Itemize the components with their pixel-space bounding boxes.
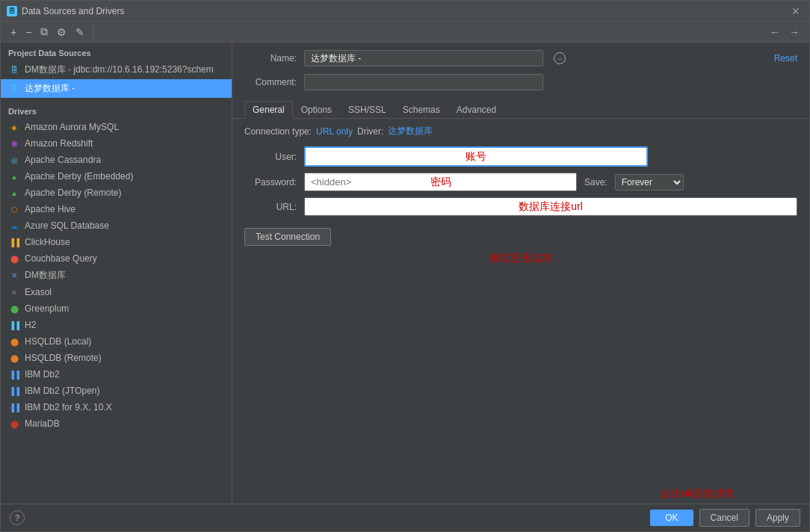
conn-type-value[interactable]: URL only xyxy=(316,126,353,137)
h2-icon: ▐▐ xyxy=(8,319,20,331)
azure-sql-icon: ☁ xyxy=(8,220,20,232)
help-button[interactable]: ? xyxy=(10,510,25,525)
driver-exasol[interactable]: ✕ Exasol xyxy=(1,284,232,300)
datasource-label: DM数据库 - jdbc:dm://10.6.16.192:5236?schem xyxy=(25,64,214,76)
remove-button[interactable]: − xyxy=(22,25,35,40)
datasource-label-selected: 达梦数据库 - xyxy=(25,82,75,95)
test-connection-row: Test Connection xyxy=(232,219,809,249)
url-row: URL: 数据库连接url xyxy=(244,197,797,216)
driver-ibm-db2[interactable]: ▐▐ IBM Db2 xyxy=(1,366,232,383)
driver-apache-cassandra[interactable]: ◎ Apache Cassandra xyxy=(1,152,232,168)
name-input[interactable] xyxy=(304,50,543,66)
apache-cassandra-icon: ◎ xyxy=(8,154,20,166)
ibm-db2-jtopen-icon: ▐▐ xyxy=(8,385,20,397)
reset-link[interactable]: Reset xyxy=(774,53,797,64)
dialog-window: 🗄 Data Sources and Drivers ✕ + − ⧉ ⚙ ✎ ←… xyxy=(0,0,810,532)
user-row: User: 账号 xyxy=(244,146,797,167)
driver-label: ClickHouse xyxy=(25,237,70,247)
driver-greenplum[interactable]: ⬤ Greenplum xyxy=(1,300,232,317)
password-field-wrapper: 密码 xyxy=(304,173,577,191)
driver-hsqldb-remote[interactable]: ⬤ HSQLDB (Remote) xyxy=(1,350,232,366)
driver-couchbase[interactable]: ⬤ Couchbase Query xyxy=(1,250,232,267)
close-button[interactable]: ✕ xyxy=(788,5,803,17)
url-field-wrapper: 数据库连接url xyxy=(304,197,797,216)
cancel-button[interactable]: Cancel xyxy=(699,509,749,527)
driver-h2[interactable]: ▐▐ H2 xyxy=(1,317,232,333)
driver-label: HSQLDB (Remote) xyxy=(25,353,102,363)
password-row: Password: 密码 Save: Forever Until restart… xyxy=(244,173,797,191)
datasource-item-dm-db[interactable]: 🗄 达梦数据库 - xyxy=(1,79,232,98)
tab-ssh-ssl[interactable]: SSH/SSL xyxy=(340,101,395,118)
driver-dm-database[interactable]: ✕ DM数据库 xyxy=(1,267,232,284)
amazon-redshift-icon: ⬟ xyxy=(8,137,20,149)
datasource-icon-selected: 🗄 xyxy=(8,83,20,95)
driver-label: HSQLDB (Local) xyxy=(25,336,91,347)
settings-button[interactable]: ⚙ xyxy=(53,25,70,40)
driver-apache-derby-remote[interactable]: ▲ Apache Derby (Remote) xyxy=(1,185,232,201)
hsqldb-local-icon: ⬤ xyxy=(8,335,20,347)
driver-label: Apache Derby (Embedded) xyxy=(25,171,133,182)
driver-label: Amazon Redshift xyxy=(25,138,93,149)
tabs-row: General Options SSH/SSL Schemas Advanced xyxy=(232,96,809,119)
tab-advanced[interactable]: Advanced xyxy=(448,101,504,118)
test-connection-button[interactable]: Test Connection xyxy=(244,228,331,246)
driver-label: Azure SQL Database xyxy=(25,220,109,231)
add-button[interactable]: + xyxy=(7,25,20,40)
dm-database-icon: ✕ xyxy=(8,270,20,282)
driver-label: H2 xyxy=(25,320,36,330)
bottom-bar: ? OK Cancel Apply xyxy=(1,504,809,531)
driver-amazon-redshift[interactable]: ⬟ Amazon Redshift xyxy=(1,135,232,152)
password-label: Password: xyxy=(244,177,297,188)
clickhouse-icon: ▐▐ xyxy=(8,236,20,248)
driver-label: Driver: xyxy=(357,126,383,137)
toolbar: + − ⧉ ⚙ ✎ ← → xyxy=(1,22,809,43)
name-label: Name: xyxy=(244,53,297,64)
test-annotation: 测试是否成功 xyxy=(232,249,809,268)
save-select[interactable]: Forever Until restart Never xyxy=(615,174,684,191)
edit-button[interactable]: ✎ xyxy=(72,25,88,40)
driver-label: Apache Derby (Remote) xyxy=(25,188,121,198)
driver-apache-derby-embedded[interactable]: ▲ Apache Derby (Embedded) xyxy=(1,168,232,185)
driver-apache-hive[interactable]: ⬡ Apache Hive xyxy=(1,201,232,217)
name-row: Name: ○ Reset xyxy=(232,43,809,71)
mariadb-icon: ⬤ xyxy=(8,418,20,430)
comment-input[interactable] xyxy=(304,74,543,90)
ibm-db2-9x-icon: ▐▐ xyxy=(8,401,20,413)
datasource-item-dm-jdbc[interactable]: 🗄 DM数据库 - jdbc:dm://10.6.16.192:5236?sch… xyxy=(1,61,232,79)
driver-ibm-db2-jtopen[interactable]: ▐▐ IBM Db2 (JTOpen) xyxy=(1,383,232,399)
url-input[interactable] xyxy=(304,197,797,216)
hsqldb-remote-icon: ⬤ xyxy=(8,352,20,364)
toolbar-divider xyxy=(93,26,93,38)
datasource-icon: 🗄 xyxy=(8,64,20,76)
driver-clickhouse[interactable]: ▐▐ ClickHouse xyxy=(1,234,232,250)
url-label: URL: xyxy=(244,202,297,212)
tab-general[interactable]: General xyxy=(244,101,293,119)
user-input[interactable] xyxy=(304,146,648,167)
driver-value[interactable]: 达梦数据库 xyxy=(388,125,433,137)
copy-button[interactable]: ⧉ xyxy=(37,24,52,40)
spinner-icon: ○ xyxy=(554,52,566,64)
driver-label: DM数据库 xyxy=(25,269,66,282)
driver-mariadb[interactable]: ⬤ MariaDB xyxy=(1,415,232,432)
project-section-title: Project Data Sources xyxy=(1,43,232,61)
driver-label: Apache Cassandra xyxy=(25,155,101,165)
driver-ibm-db2-9x[interactable]: ▐▐ IBM Db2 for 9.X, 10.X xyxy=(1,399,232,415)
user-field-wrapper: 账号 xyxy=(304,146,648,167)
couchbase-icon: ⬤ xyxy=(8,253,20,265)
tab-options[interactable]: Options xyxy=(293,101,340,118)
user-label: User: xyxy=(244,152,297,162)
ok-button[interactable]: OK xyxy=(650,510,693,526)
greenplum-icon: ⬤ xyxy=(8,303,20,315)
driver-hsqldb-local[interactable]: ⬤ HSQLDB (Local) xyxy=(1,333,232,350)
password-input[interactable] xyxy=(304,173,577,191)
driver-azure-sql[interactable]: ☁ Azure SQL Database xyxy=(1,217,232,234)
driver-amazon-aurora[interactable]: ◈ Amazon Aurora MySQL xyxy=(1,119,232,135)
title-bar: 🗄 Data Sources and Drivers ✕ xyxy=(1,1,809,22)
tab-schemas[interactable]: Schemas xyxy=(395,101,448,118)
apply-button[interactable]: Apply xyxy=(755,509,800,527)
back-button[interactable]: ← xyxy=(766,25,784,40)
apache-derby-embedded-icon: ▲ xyxy=(8,170,20,182)
driver-label: Greenplum xyxy=(25,303,69,314)
driver-label: Apache Hive xyxy=(25,204,75,214)
forward-button[interactable]: → xyxy=(785,25,803,40)
